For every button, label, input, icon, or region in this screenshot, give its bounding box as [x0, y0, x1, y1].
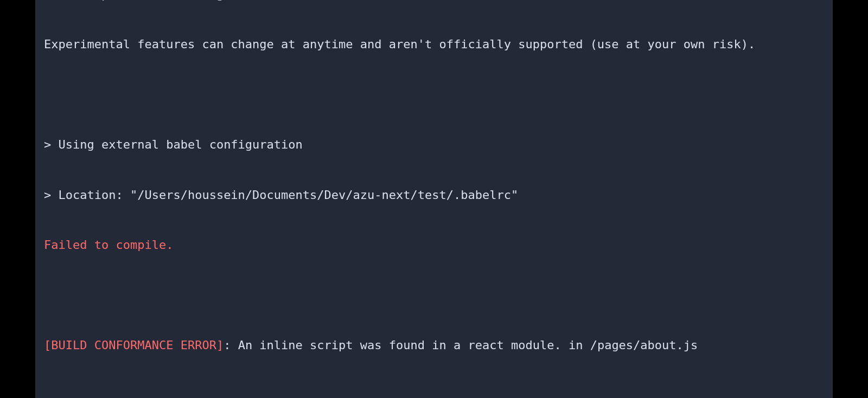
output-conformance-error: [BUILD CONFORMANCE ERROR]: An inline scr…: [44, 337, 824, 354]
conformance-error-label: [BUILD CONFORMANCE ERROR]: [44, 338, 224, 352]
output-babel-1: > Using external babel configuration: [44, 137, 824, 153]
conformance-error-msg: : An inline script was found in a react …: [224, 338, 698, 352]
output-experimental-warn: Experimental features can change at anyt…: [44, 36, 824, 53]
output-found-config: Found experimental config:: [44, 0, 824, 3]
output-failed: Failed to compile.: [44, 237, 824, 254]
terminal-body[interactable]: ➜ basic git:(conformance) ✗ mynext build…: [35, 0, 833, 398]
terminal-window: houssein@houssein-macbookpro2: ~/Documen…: [35, 0, 833, 398]
blank-line: [44, 87, 824, 104]
output-babel-2: > Location: "/Users/houssein/Documents/D…: [44, 187, 824, 204]
blank-line: [44, 387, 824, 398]
blank-line: [44, 287, 824, 304]
